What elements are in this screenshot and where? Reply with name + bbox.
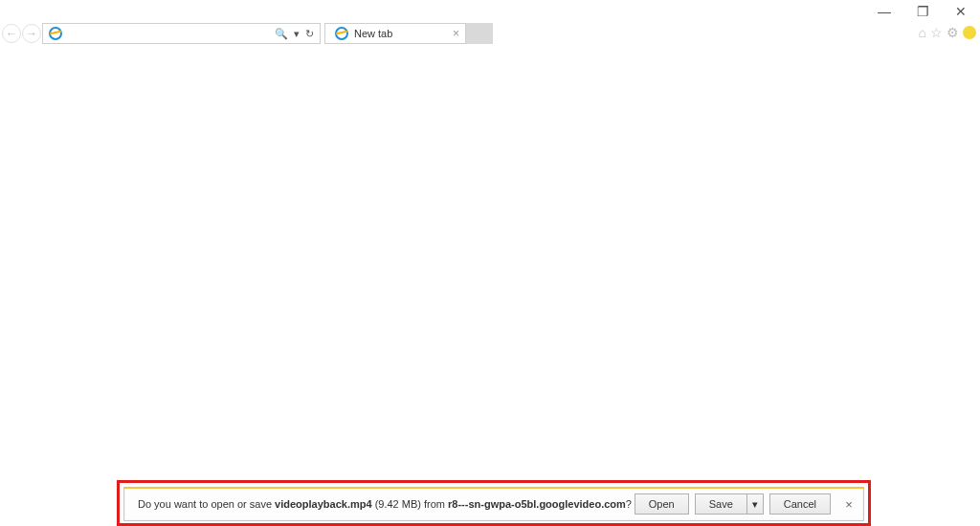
address-input[interactable]: [66, 24, 273, 43]
browser-toolbar: ← → 🔍 ▾ ↻ New tab ×: [0, 21, 980, 46]
tab-newtab[interactable]: New tab ×: [324, 23, 466, 44]
ie-icon: [49, 27, 62, 40]
ie-icon: [335, 27, 348, 40]
download-prefix: Do you want to open or save: [138, 498, 275, 510]
minimize-button[interactable]: —: [865, 0, 903, 23]
save-split-button: Save ▾: [695, 493, 764, 515]
close-button[interactable]: ✕: [942, 0, 980, 23]
download-bar: Do you want to open or save videoplaybac…: [123, 487, 864, 521]
download-host: r8---sn-gwpa-o5bl.googlevideo.com: [448, 498, 626, 510]
download-suffix: ?: [626, 498, 632, 510]
download-message: Do you want to open or save videoplaybac…: [124, 498, 635, 510]
save-dropdown-button[interactable]: ▾: [746, 493, 764, 515]
download-filename: videoplayback.mp4: [275, 498, 372, 510]
new-tab-button[interactable]: [466, 23, 493, 44]
save-button[interactable]: Save: [695, 493, 746, 515]
tools-icon[interactable]: ⚙: [947, 25, 959, 40]
address-controls: 🔍 ▾ ↻: [273, 28, 320, 40]
address-bar[interactable]: 🔍 ▾ ↻: [42, 23, 321, 44]
home-icon[interactable]: ⌂: [919, 25, 926, 40]
download-from: from: [424, 498, 448, 510]
dropdown-icon[interactable]: ▾: [292, 28, 301, 40]
restore-button[interactable]: ❐: [903, 0, 942, 23]
window-controls: — ❐ ✕: [865, 0, 980, 23]
back-button[interactable]: ←: [2, 24, 21, 43]
tab-label: New tab: [352, 28, 451, 39]
download-highlight: Do you want to open or save videoplaybac…: [117, 480, 871, 526]
download-actions: Open Save ▾ Cancel ×: [635, 493, 863, 515]
feedback-icon[interactable]: [963, 26, 976, 39]
open-button[interactable]: Open: [635, 493, 689, 515]
chrome-tools: ⌂ ☆ ⚙: [919, 25, 976, 40]
download-size: (9.42 MB): [372, 498, 424, 510]
download-close-icon[interactable]: ×: [840, 497, 858, 512]
refresh-icon[interactable]: ↻: [303, 28, 316, 40]
tab-close-icon[interactable]: ×: [451, 27, 461, 40]
cancel-button[interactable]: Cancel: [769, 493, 831, 515]
forward-button[interactable]: →: [22, 24, 41, 43]
search-icon[interactable]: 🔍: [273, 28, 290, 40]
favorites-icon[interactable]: ☆: [930, 25, 943, 40]
